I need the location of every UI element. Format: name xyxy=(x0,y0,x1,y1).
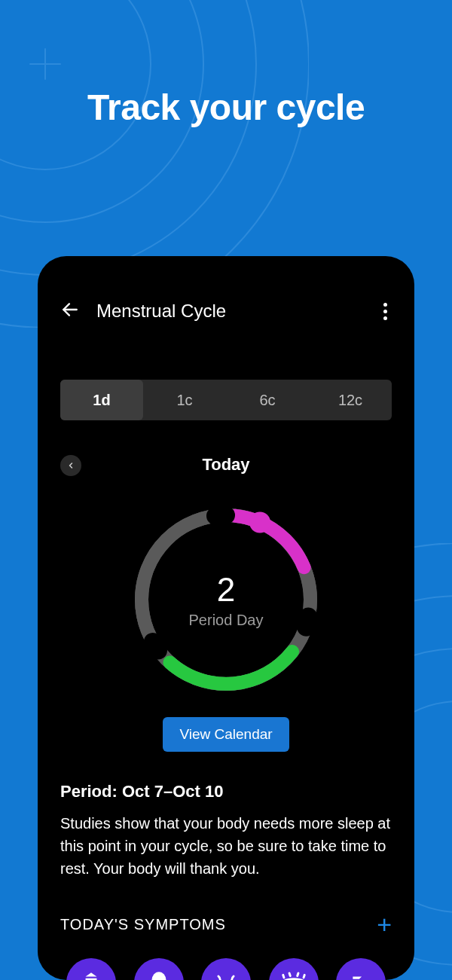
cycle-ring[interactable]: 2 Period Day xyxy=(128,502,324,698)
cycle-ring-center: 2 Period Day xyxy=(128,502,324,698)
promo-headline: Track your cycle xyxy=(0,87,452,128)
period-range-heading: Period: Oct 7–Oct 10 xyxy=(60,782,392,801)
cycle-info-block: Period: Oct 7–Oct 10 Studies show that y… xyxy=(60,782,392,880)
promo-background: Track your cycle Menstrual Cycle 1d 1c 6… xyxy=(0,0,452,980)
prev-day-button[interactable] xyxy=(60,455,81,476)
page-title: Menstrual Cycle xyxy=(96,301,362,322)
symptoms-header-row: TODAY'S SYMPTOMS + xyxy=(60,911,392,937)
cycle-tip-text: Studies show that your body needs more s… xyxy=(60,812,392,880)
add-symptom-button[interactable]: + xyxy=(377,911,392,937)
symptom-item[interactable] xyxy=(333,958,389,980)
symptom-item[interactable] xyxy=(198,958,254,980)
svg-point-0 xyxy=(0,0,151,169)
svg-point-2 xyxy=(0,0,256,275)
back-icon[interactable] xyxy=(60,300,80,322)
range-segmented-control: 1d 1c 6c 12c xyxy=(60,380,392,420)
spine-icon xyxy=(66,958,116,980)
cycle-day-caption: Period Day xyxy=(189,612,264,629)
cycle-ring-wrap: 2 Period Day xyxy=(60,502,392,698)
segment-12c[interactable]: 12c xyxy=(309,380,392,420)
cycle-day-number: 2 xyxy=(217,571,235,609)
segment-1c[interactable]: 1c xyxy=(143,380,226,420)
sleep-icon xyxy=(336,958,386,980)
eye-icon xyxy=(269,958,319,980)
device-frame: Menstrual Cycle 1d 1c 6c 12c Today xyxy=(38,256,414,980)
svg-point-14 xyxy=(151,972,166,980)
symptoms-heading: TODAY'S SYMPTOMS xyxy=(60,916,226,933)
app-bar: Menstrual Cycle xyxy=(60,294,392,328)
segment-1d[interactable]: 1d xyxy=(60,380,143,420)
day-label: Today xyxy=(202,455,249,475)
segment-6c[interactable]: 6c xyxy=(226,380,309,420)
symptom-item[interactable] xyxy=(131,958,187,980)
hips-icon xyxy=(201,958,251,980)
view-calendar-button[interactable]: View Calendar xyxy=(163,717,289,752)
more-icon[interactable] xyxy=(379,303,392,320)
symptoms-row xyxy=(60,958,392,980)
day-header-row: Today xyxy=(60,455,392,475)
symptom-item[interactable] xyxy=(63,958,119,980)
balloon-icon xyxy=(134,958,184,980)
symptom-item[interactable] xyxy=(266,958,322,980)
